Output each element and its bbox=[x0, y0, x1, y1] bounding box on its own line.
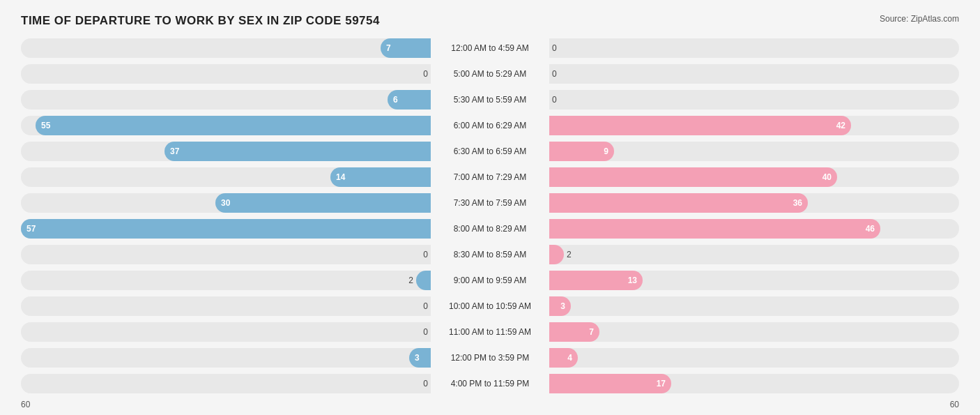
male-bar-5: 14 bbox=[330, 167, 431, 187]
time-label-9: 9:00 AM to 9:59 AM bbox=[431, 276, 549, 285]
male-bar-wrap-10: 0 bbox=[21, 296, 431, 316]
bar-row-4: 376:30 AM to 6:59 AM9 bbox=[21, 139, 959, 163]
male-bar-wrap-2: 6 bbox=[21, 90, 431, 110]
male-value-8: 0 bbox=[423, 250, 428, 259]
female-value-6: 36 bbox=[793, 198, 802, 208]
female-bar-11: 7 bbox=[549, 322, 599, 342]
female-bar-wrap-6: 36 bbox=[549, 193, 959, 213]
female-bar-wrap-9: 13 bbox=[549, 271, 959, 290]
time-label-5: 7:00 AM to 7:29 AM bbox=[431, 172, 549, 182]
chart-title: TIME OF DEPARTURE TO WORK BY SEX IN ZIP … bbox=[21, 14, 380, 28]
female-bar-10: 3 bbox=[549, 296, 571, 316]
female-bar-5: 40 bbox=[549, 167, 837, 187]
bar-row-5: 147:00 AM to 7:29 AM40 bbox=[21, 165, 959, 189]
male-value-0: 7 bbox=[386, 43, 391, 53]
time-label-3: 6:00 AM to 6:29 AM bbox=[431, 121, 549, 130]
female-bar-wrap-10: 3 bbox=[549, 296, 959, 316]
male-bar-wrap-1: 0 bbox=[21, 64, 431, 84]
bar-row-6: 307:30 AM to 7:59 AM36 bbox=[21, 191, 959, 215]
male-value-2: 6 bbox=[393, 95, 398, 105]
male-value-11: 0 bbox=[423, 327, 428, 337]
female-value-7: 46 bbox=[866, 224, 875, 234]
time-label-10: 10:00 AM to 10:59 AM bbox=[431, 301, 549, 311]
female-bar-13: 17 bbox=[549, 374, 671, 393]
female-value-0: 0 bbox=[552, 43, 557, 53]
female-bar-wrap-13: 17 bbox=[549, 374, 959, 393]
axis-left-label: 60 bbox=[21, 400, 30, 409]
bar-row-7: 578:00 AM to 8:29 AM46 bbox=[21, 217, 959, 241]
female-value-3: 42 bbox=[836, 121, 845, 130]
male-bar-3: 55 bbox=[36, 116, 431, 135]
time-label-6: 7:30 AM to 7:59 AM bbox=[431, 198, 549, 208]
male-bar-2: 6 bbox=[388, 90, 431, 110]
axis-row: 60 60 bbox=[21, 400, 959, 409]
male-bar-wrap-4: 37 bbox=[21, 142, 431, 161]
chart-header: TIME OF DEPARTURE TO WORK BY SEX IN ZIP … bbox=[21, 14, 959, 28]
female-value-9: 13 bbox=[628, 276, 637, 285]
bar-row-2: 65:30 AM to 5:59 AM0 bbox=[21, 88, 959, 112]
female-bar-3: 42 bbox=[549, 116, 851, 135]
male-bar-wrap-7: 57 bbox=[21, 219, 431, 239]
female-bar-8 bbox=[549, 245, 564, 264]
male-bar-wrap-12: 3 bbox=[21, 348, 431, 368]
male-bar-wrap-5: 14 bbox=[21, 167, 431, 187]
bar-row-0: 712:00 AM to 4:59 AM0 bbox=[21, 36, 959, 60]
male-value-5: 14 bbox=[336, 172, 345, 182]
axis-right-label: 60 bbox=[950, 400, 959, 409]
female-bar-wrap-4: 9 bbox=[549, 142, 959, 161]
female-bar-9: 13 bbox=[549, 271, 643, 290]
female-bar-wrap-12: 4 bbox=[549, 348, 959, 368]
chart-source: Source: ZipAtlas.com bbox=[880, 14, 959, 24]
male-bar-wrap-6: 30 bbox=[21, 193, 431, 213]
female-value-2: 0 bbox=[552, 95, 557, 105]
female-bar-wrap-7: 46 bbox=[549, 219, 959, 239]
time-label-13: 4:00 PM to 11:59 PM bbox=[431, 379, 549, 388]
bar-row-9: 29:00 AM to 9:59 AM13 bbox=[21, 269, 959, 292]
female-value-10: 3 bbox=[560, 301, 565, 311]
male-bar-7: 57 bbox=[21, 219, 431, 239]
chart-body: 712:00 AM to 4:59 AM005:00 AM to 5:29 AM… bbox=[21, 36, 959, 395]
bar-row-3: 556:00 AM to 6:29 AM42 bbox=[21, 114, 959, 137]
male-value-10: 0 bbox=[423, 301, 428, 311]
female-value-11: 7 bbox=[589, 327, 594, 337]
male-value-3: 55 bbox=[41, 121, 50, 130]
male-value-6: 30 bbox=[221, 198, 230, 208]
male-value-7: 57 bbox=[26, 224, 36, 234]
bar-row-12: 312:00 PM to 3:59 PM4 bbox=[21, 346, 959, 370]
time-label-1: 5:00 AM to 5:29 AM bbox=[431, 69, 549, 79]
female-value-5: 40 bbox=[822, 172, 832, 182]
time-label-12: 12:00 PM to 3:59 PM bbox=[431, 353, 549, 363]
bar-row-11: 011:00 AM to 11:59 AM7 bbox=[21, 320, 959, 344]
time-label-0: 12:00 AM to 4:59 AM bbox=[431, 43, 549, 53]
female-bar-wrap-0: 0 bbox=[549, 38, 959, 58]
female-bar-6: 36 bbox=[549, 193, 808, 213]
male-value-12: 3 bbox=[415, 353, 420, 363]
male-bar-wrap-8: 0 bbox=[21, 245, 431, 264]
female-bar-wrap-2: 0 bbox=[549, 90, 959, 110]
male-value-1: 0 bbox=[423, 69, 428, 79]
male-bar-4: 37 bbox=[164, 142, 431, 161]
male-bar-wrap-13: 0 bbox=[21, 374, 431, 393]
time-label-2: 5:30 AM to 5:59 AM bbox=[431, 95, 549, 105]
time-label-7: 8:00 AM to 8:29 AM bbox=[431, 224, 549, 234]
female-value-8: 2 bbox=[567, 250, 572, 259]
male-bar-wrap-11: 0 bbox=[21, 322, 431, 342]
female-value-13: 17 bbox=[657, 379, 666, 388]
female-bar-4: 9 bbox=[549, 142, 614, 161]
female-bar-wrap-5: 40 bbox=[549, 167, 959, 187]
male-bar-wrap-0: 7 bbox=[21, 38, 431, 58]
time-label-8: 8:30 AM to 8:59 AM bbox=[431, 250, 549, 259]
bar-row-10: 010:00 AM to 10:59 AM3 bbox=[21, 294, 959, 318]
bar-row-1: 05:00 AM to 5:29 AM0 bbox=[21, 62, 959, 86]
male-bar-wrap-3: 55 bbox=[21, 116, 431, 135]
male-bar-9 bbox=[416, 271, 431, 290]
female-bar-wrap-8: 2 bbox=[549, 245, 959, 264]
bar-row-13: 04:00 PM to 11:59 PM17 bbox=[21, 372, 959, 395]
female-bar-12: 4 bbox=[549, 348, 578, 368]
male-value-9: 2 bbox=[408, 276, 413, 285]
male-value-13: 0 bbox=[423, 379, 428, 388]
female-value-12: 4 bbox=[567, 353, 572, 363]
male-value-4: 37 bbox=[170, 146, 179, 156]
female-bar-7: 46 bbox=[549, 219, 880, 239]
male-bar-12: 3 bbox=[409, 348, 431, 368]
